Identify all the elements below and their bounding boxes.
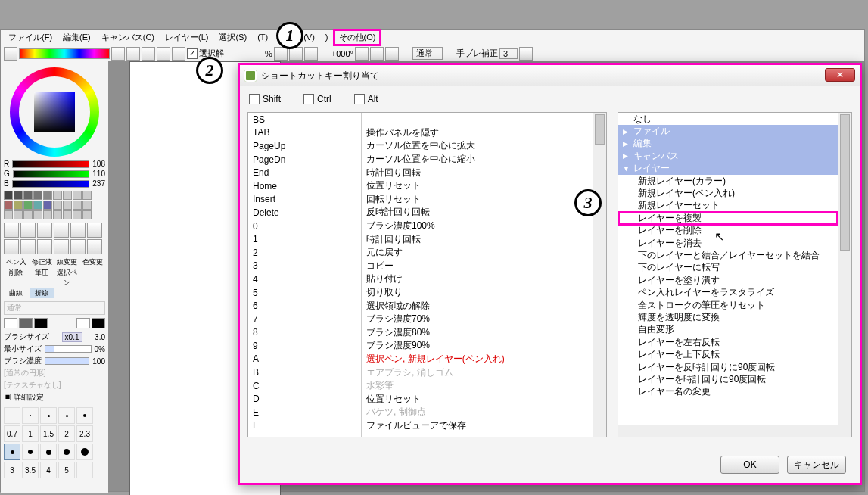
cmd-item[interactable]: レイヤーを消去 xyxy=(618,237,838,249)
menu-hidden1[interactable]: (T) xyxy=(253,31,272,43)
detail-toggle[interactable]: ▣ 詳細設定 xyxy=(4,392,105,403)
tool-10[interactable] xyxy=(54,239,69,254)
cmd-item[interactable]: レイヤーを塗り潰す xyxy=(618,274,838,286)
action-row[interactable]: 切り取り xyxy=(362,286,593,300)
blend-mode-select[interactable]: 通常 xyxy=(412,47,443,60)
color-wheel[interactable] xyxy=(10,67,99,157)
action-row[interactable]: カーソル位置を中心に拡大 xyxy=(362,139,593,153)
key-row[interactable]: 4 xyxy=(248,272,361,286)
cmd-item[interactable]: レイヤーを上下反転 xyxy=(618,348,838,360)
preset[interactable] xyxy=(4,407,20,424)
tool-7[interactable] xyxy=(4,239,19,254)
preset[interactable] xyxy=(58,444,75,460)
stabilizer-btn[interactable] xyxy=(519,47,533,61)
action-row[interactable]: コピー xyxy=(362,260,593,273)
subtool-polyline[interactable]: 折線 xyxy=(30,288,54,298)
ctrl-checkbox[interactable]: Ctrl xyxy=(303,94,331,104)
menu-canvas[interactable]: キャンバス(C) xyxy=(97,30,159,45)
key-row[interactable]: 2 xyxy=(248,246,361,260)
key-row[interactable]: D xyxy=(248,392,361,406)
menu-file[interactable]: ファイル(F) xyxy=(4,30,57,45)
key-row[interactable]: BS xyxy=(248,113,361,126)
tb-btn-3[interactable] xyxy=(142,47,155,61)
tool-5[interactable] xyxy=(70,223,86,238)
zoom-fit-icon[interactable] xyxy=(304,47,318,61)
key-row[interactable]: TAB xyxy=(248,126,361,140)
action-row[interactable]: 貼り付け xyxy=(362,272,593,286)
tool-2[interactable] xyxy=(20,223,36,238)
key-row[interactable]: PageUp xyxy=(248,139,361,153)
key-row[interactable]: A xyxy=(248,353,361,366)
action-row[interactable]: ブラシ濃度70% xyxy=(362,313,593,326)
hue-strip[interactable] xyxy=(19,48,110,59)
action-row[interactable] xyxy=(362,113,593,126)
action-row[interactable]: ブラシ濃度90% xyxy=(362,339,593,353)
key-row[interactable]: E xyxy=(248,406,361,419)
tb-btn-5[interactable] xyxy=(172,47,185,61)
tool-6[interactable] xyxy=(87,223,102,238)
tool-1[interactable] xyxy=(4,223,19,238)
subtool-mod[interactable]: 修正液 xyxy=(30,257,54,267)
tool-3[interactable] xyxy=(37,223,52,238)
action-row[interactable]: ブラシ濃度80% xyxy=(362,326,593,340)
cmd-cat-layer[interactable]: ▼レイヤー xyxy=(618,163,838,175)
action-row[interactable]: ブラシ濃度100% xyxy=(362,219,593,233)
cmdlist-scrollbar[interactable] xyxy=(838,113,851,437)
action-row[interactable]: 水彩筆 xyxy=(362,379,593,393)
cmd-item[interactable]: レイヤーを時計回りに90度回転 xyxy=(618,373,838,385)
cmd-item[interactable]: レイヤーを削除 xyxy=(618,225,838,237)
preset[interactable] xyxy=(40,444,57,460)
mode-1[interactable] xyxy=(4,318,17,328)
action-row[interactable]: 操作パネルを隠す xyxy=(362,126,593,140)
subtool-brush[interactable]: 筆圧 xyxy=(30,268,54,288)
menu-layer[interactable]: レイヤー(L) xyxy=(160,30,213,45)
action-row[interactable]: 元に戻す xyxy=(362,246,593,260)
key-row[interactable]: End xyxy=(248,166,361,179)
key-row[interactable]: 5 xyxy=(248,286,361,300)
preset[interactable] xyxy=(22,407,39,424)
menu-edit[interactable]: 編集(E) xyxy=(58,30,95,45)
select-checkbox[interactable]: ✓ xyxy=(187,48,198,59)
cancel-button[interactable]: キャンセル xyxy=(787,456,846,474)
tool-9[interactable] xyxy=(37,239,52,254)
cmd-item[interactable]: レイヤーを複製 xyxy=(618,212,838,224)
key-row[interactable]: Delete xyxy=(248,206,361,219)
cmd-item[interactable]: レイヤーを左右反転 xyxy=(618,336,838,348)
g-slider[interactable] xyxy=(13,170,90,178)
tool-11[interactable] xyxy=(70,239,86,254)
r-slider[interactable] xyxy=(12,160,89,168)
action-row[interactable]: 選択領域の解除 xyxy=(362,299,593,313)
cmd-item[interactable]: 新規レイヤー(ペン入れ) xyxy=(618,187,838,199)
cmd-item[interactable]: 下のレイヤーと結合／レイヤーセットを結合 xyxy=(618,249,838,261)
close-button[interactable]: ✕ xyxy=(825,68,855,82)
tb-btn-2[interactable] xyxy=(126,47,140,61)
preset[interactable] xyxy=(58,407,75,424)
action-row[interactable]: 反時計回り回転 xyxy=(362,206,593,219)
action-row[interactable]: 時計回り回転 xyxy=(362,232,593,246)
cmd-item[interactable]: 全ストロークの筆圧をリセット xyxy=(618,299,838,311)
min-size-slider[interactable] xyxy=(45,345,92,353)
preset[interactable] xyxy=(40,407,57,424)
stabilizer-value[interactable]: 3 xyxy=(499,48,518,59)
cmd-item[interactable]: 新規レイヤー(カラー) xyxy=(618,175,838,187)
action-row[interactable]: ファイルビューアで保存 xyxy=(362,419,593,433)
key-row[interactable]: 1 xyxy=(248,232,361,246)
command-tree[interactable]: なし ▶ファイル ▶編集 ▶キャンバス ▼レイヤー 新規レイヤー(カラー)新規レ… xyxy=(618,112,852,437)
key-row[interactable]: Insert xyxy=(248,193,361,207)
tool-12[interactable] xyxy=(87,239,102,254)
subtool-curve[interactable]: 曲線 xyxy=(4,288,29,298)
rot-cw-icon[interactable] xyxy=(370,47,384,61)
density-slider[interactable] xyxy=(45,357,89,365)
cmdlist-hscrollbar[interactable] xyxy=(618,425,838,437)
key-row[interactable]: F xyxy=(248,419,361,433)
tb-btn-4[interactable] xyxy=(157,47,170,61)
cmd-item[interactable]: 輝度を透明度に変換 xyxy=(618,311,838,323)
menu-other[interactable]: その他(O) xyxy=(334,30,381,45)
cmd-none[interactable]: なし xyxy=(618,113,838,125)
b-slider[interactable] xyxy=(12,180,90,188)
subtool-eraser[interactable]: 削除 xyxy=(4,268,29,288)
keylist-scrollbar[interactable] xyxy=(593,113,606,437)
cmd-cat-canvas[interactable]: ▶キャンバス xyxy=(618,150,838,162)
subtool-line[interactable]: 線変更 xyxy=(55,257,80,267)
subtool-col[interactable]: 色変更 xyxy=(80,257,105,267)
